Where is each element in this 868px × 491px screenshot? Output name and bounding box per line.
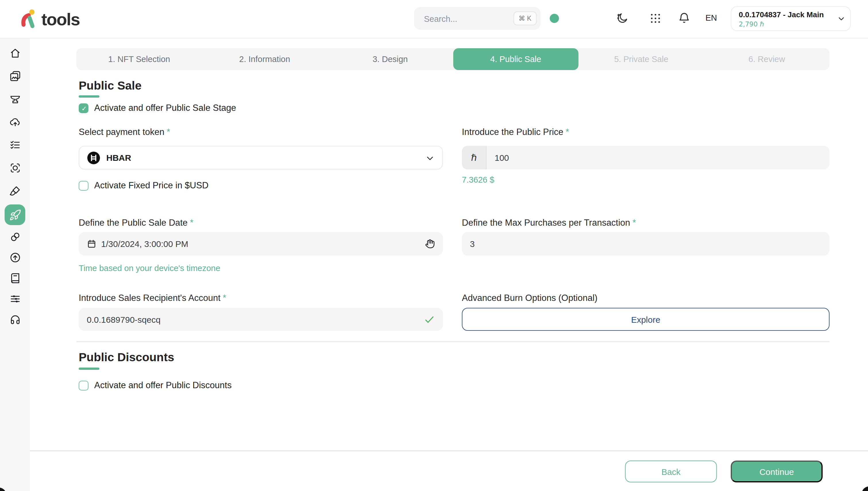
sidebar bbox=[0, 38, 30, 491]
max-purchases-value: 3 bbox=[470, 239, 475, 249]
recipient-account-label: Introduce Sales Recipient's Account* bbox=[79, 293, 226, 303]
required-asterisk: * bbox=[167, 127, 170, 137]
fixed-price-label: Activate Fixed Price in $USD bbox=[94, 180, 208, 191]
logo[interactable]: tools bbox=[20, 8, 80, 31]
linked-tokens-icon bbox=[9, 231, 21, 242]
search-bar[interactable]: ⌘ K bbox=[414, 7, 541, 30]
language-selector[interactable]: EN bbox=[705, 13, 717, 22]
fixed-price-checkbox[interactable] bbox=[79, 181, 88, 191]
support-headphones-icon bbox=[9, 313, 21, 325]
section-divider bbox=[77, 341, 830, 342]
activate-public-sale-checkbox-row[interactable]: Activate and offer Public Sale Stage bbox=[79, 103, 236, 113]
account-balance: 2,790 ℏ bbox=[739, 20, 764, 28]
apps-grid-icon[interactable] bbox=[649, 12, 662, 25]
stepper-step-1[interactable]: 1. NFT Selection bbox=[77, 48, 202, 70]
search-input[interactable] bbox=[423, 7, 511, 31]
sale-date-label: Define the Public Sale Date* bbox=[79, 218, 193, 228]
sidebar-item-support-headphones[interactable] bbox=[5, 309, 25, 329]
home-icon bbox=[9, 47, 21, 59]
stepper-step-2[interactable]: 2. Information bbox=[202, 48, 327, 70]
network-status-dot[interactable] bbox=[550, 14, 559, 23]
sidebar-item-checklist[interactable] bbox=[5, 134, 25, 155]
public-price-label: Introduce the Public Price* bbox=[462, 127, 569, 137]
upload-circle-icon bbox=[9, 251, 21, 263]
payment-token-value: HBAR bbox=[106, 153, 131, 163]
recipient-account-input[interactable]: 0.0.1689790-sqecq bbox=[79, 308, 443, 331]
usd-conversion-helper: 7.3626 $ bbox=[462, 175, 494, 184]
stepper-step-4[interactable]: 4. Public Sale bbox=[453, 48, 578, 70]
sidebar-item-documentation-book[interactable] bbox=[5, 268, 25, 288]
stepper-step-3[interactable]: 3. Design bbox=[327, 48, 453, 70]
timezone-helper: Time based on your device's timezone bbox=[79, 264, 220, 273]
section-title-public-discounts: Public Discounts bbox=[79, 350, 174, 364]
required-asterisk: * bbox=[566, 127, 569, 137]
theme-toggle-moon-icon[interactable] bbox=[616, 12, 629, 25]
sidebar-item-linked-tokens[interactable] bbox=[5, 226, 25, 247]
sidebar-item-home[interactable] bbox=[5, 42, 25, 63]
paint-brush-icon bbox=[9, 184, 21, 197]
section-title-public-sale: Public Sale bbox=[79, 79, 142, 92]
section-title-underline bbox=[79, 95, 99, 97]
app-root: tools ⌘ K EN bbox=[0, 0, 868, 491]
explore-burn-options-button[interactable]: Explore bbox=[462, 308, 830, 331]
section-title-underline bbox=[79, 368, 99, 370]
stepper: 1. NFT Selection2. Information3. Design4… bbox=[77, 48, 830, 70]
fixed-price-checkbox-row[interactable]: Activate Fixed Price in $USD bbox=[79, 180, 208, 191]
activate-public-sale-checkbox[interactable] bbox=[79, 103, 88, 113]
settings-sliders-icon bbox=[9, 293, 21, 305]
stepper-step-6[interactable]: 6. Review bbox=[704, 48, 830, 70]
calendar-icon bbox=[87, 239, 96, 249]
forge-anvil-icon bbox=[9, 93, 21, 105]
logo-icon bbox=[20, 8, 38, 31]
recipient-account-value: 0.0.1689790-sqecq bbox=[87, 314, 161, 324]
activate-discounts-checkbox[interactable] bbox=[79, 380, 88, 390]
sale-date-value: 1/30/2024, 3:00:00 PM bbox=[101, 239, 189, 249]
sidebar-item-cloud-upload[interactable] bbox=[5, 111, 25, 132]
sidebar-item-upload-circle[interactable] bbox=[5, 247, 25, 268]
nft-gallery-icon bbox=[9, 70, 21, 82]
hbar-token-icon bbox=[87, 151, 100, 165]
rocket-launch-icon bbox=[9, 209, 21, 221]
documentation-book-icon bbox=[9, 272, 21, 284]
valid-check-icon bbox=[424, 314, 435, 325]
required-asterisk: * bbox=[633, 218, 636, 227]
cloud-upload-icon bbox=[9, 116, 21, 128]
search-shortcut-badge: ⌘ K bbox=[513, 11, 537, 25]
max-purchases-label: Define the Max Purchases per Transaction… bbox=[462, 218, 636, 228]
checklist-icon bbox=[9, 139, 21, 151]
notifications-bell-icon[interactable] bbox=[678, 12, 691, 25]
required-asterisk: * bbox=[223, 293, 226, 302]
public-price-value: 100 bbox=[495, 153, 509, 163]
burn-options-label: Advanced Burn Options (Optional) bbox=[462, 293, 598, 303]
activate-discounts-label: Activate and offer Public Discounts bbox=[94, 380, 232, 391]
sidebar-item-token-scan[interactable] bbox=[5, 157, 25, 178]
payment-token-label: Select payment token* bbox=[79, 127, 170, 137]
continue-button[interactable]: Continue bbox=[731, 461, 822, 482]
stepper-step-5[interactable]: 5. Private Sale bbox=[578, 48, 704, 70]
hand-grab-icon[interactable] bbox=[425, 239, 435, 249]
sidebar-item-forge-anvil[interactable] bbox=[5, 88, 25, 109]
activate-public-sale-label: Activate and offer Public Sale Stage bbox=[94, 103, 236, 113]
back-button[interactable]: Back bbox=[625, 461, 717, 482]
activate-discounts-checkbox-row[interactable]: Activate and offer Public Discounts bbox=[79, 380, 232, 391]
sidebar-item-nft-gallery[interactable] bbox=[5, 65, 25, 86]
max-purchases-input[interactable]: 3 bbox=[462, 232, 830, 256]
account-id-name: 0.0.1704837 - Jack Main bbox=[739, 10, 824, 19]
sale-date-input[interactable]: 1/30/2024, 3:00:00 PM bbox=[79, 232, 443, 256]
token-scan-icon bbox=[9, 162, 21, 174]
header: tools ⌘ K EN bbox=[0, 0, 868, 38]
sidebar-item-paint-brush[interactable] bbox=[5, 180, 25, 201]
required-asterisk: * bbox=[190, 218, 193, 227]
chevron-down-icon bbox=[426, 154, 434, 163]
hbar-currency-prefix: ℏ bbox=[462, 146, 487, 169]
logo-text: tools bbox=[41, 9, 80, 30]
account-menu[interactable]: 0.0.1704837 - Jack Main 2,790 ℏ bbox=[731, 6, 851, 31]
sidebar-item-settings-sliders[interactable] bbox=[5, 288, 25, 309]
payment-token-select[interactable]: HBAR bbox=[79, 146, 443, 169]
sidebar-item-rocket-launch[interactable] bbox=[5, 204, 25, 225]
chevron-down-icon bbox=[838, 15, 845, 22]
public-price-input[interactable]: ℏ 100 bbox=[462, 146, 830, 169]
